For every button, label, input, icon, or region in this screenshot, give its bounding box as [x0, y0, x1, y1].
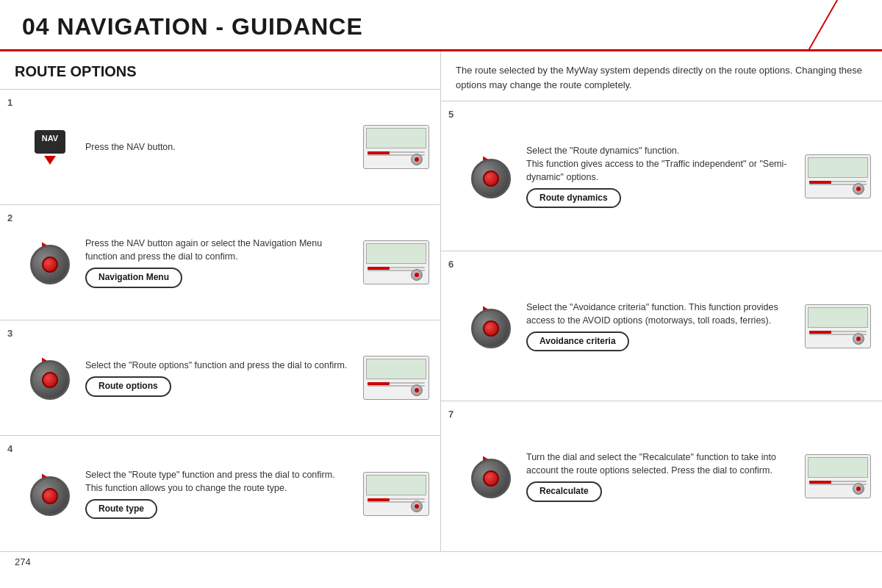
dial-center-6 [483, 320, 499, 337]
device-knob-center-4 [415, 504, 419, 509]
pill-label-2: Navigation Menu [85, 268, 182, 287]
step-row-5: 5 Select the "Route dynamics" function.T… [441, 101, 882, 251]
nav-arrow-icon [44, 156, 56, 165]
step-row-4: 4 Select the "Route type" function and p… [0, 436, 440, 551]
route-options-title: ROUTE OPTIONS [15, 63, 426, 80]
device-screen-4 [366, 475, 426, 495]
route-options-header: ROUTE OPTIONS [0, 51, 440, 90]
step-icon-6 [462, 304, 520, 348]
step-row-2: 2 Press the NAV button again or select t… [0, 205, 440, 320]
device-highlight-5 [809, 181, 831, 184]
device-image-7 [805, 454, 871, 498]
step-row-3: 3 Select the "Route options" function an… [0, 320, 440, 436]
pill-label-3: Route options [85, 376, 171, 396]
steps-right: 5 Select the "Route dynamics" function.T… [441, 101, 882, 551]
dial-center-2 [42, 257, 58, 273]
step-content-7: Turn the dial and select the "Recalculat… [520, 451, 801, 502]
device-knob-center-6 [856, 337, 861, 341]
step-number-1: 1 [7, 96, 21, 108]
step-content-3: Select the "Route options" function and … [79, 359, 359, 397]
device-highlight-7 [809, 481, 831, 484]
device-image-6 [805, 304, 871, 348]
device-image-3 [363, 356, 429, 400]
dial-icon-5 [469, 154, 513, 198]
header-decoration [794, 0, 853, 49]
step-content-1: Press the NAV button. [79, 140, 359, 154]
step-text-1: Press the NAV button. [85, 142, 176, 152]
step-number-3: 3 [7, 326, 21, 339]
steps-left: 1 NAV Press the NAV button. [0, 90, 440, 551]
dial-center-4 [42, 488, 58, 504]
step-image-3 [359, 356, 433, 400]
device-highlight-6 [809, 331, 831, 334]
page-footer: 274 [0, 551, 882, 572]
dial-icon-3 [28, 356, 72, 400]
page-header: 04 NAVIGATION - GUIDANCE [0, 0, 882, 51]
svg-line-0 [809, 0, 837, 49]
step-number-4: 4 [7, 442, 21, 454]
pill-label-4: Route type [85, 499, 157, 519]
step-number-5: 5 [448, 107, 462, 120]
step-content-2: Press the NAV button again or select the… [79, 237, 359, 288]
dial-center-7 [483, 470, 499, 487]
device-highlight-1 [368, 151, 390, 154]
step-text-3: Select the "Route options" function and … [85, 360, 347, 370]
device-image-2 [363, 240, 429, 284]
dial-center-5 [483, 171, 499, 187]
step-text-4: Select the "Route type" function and pre… [85, 470, 335, 493]
intro-text: The route selected by the MyWay system d… [441, 51, 882, 101]
page-number: 274 [15, 556, 31, 567]
step-image-1 [359, 125, 433, 169]
dial-icon-4 [28, 472, 72, 516]
step-number-6: 6 [448, 257, 462, 270]
left-panel: ROUTE OPTIONS 1 NAV Press the NAV button… [0, 51, 441, 551]
step-image-6 [801, 304, 875, 348]
step-row-6: 6 Select the "Avoidance criteria" functi… [441, 251, 882, 401]
device-knob-center-2 [415, 273, 419, 277]
dial-icon-2 [28, 240, 72, 284]
device-highlight-3 [368, 382, 390, 385]
intro-text-content: The route selected by the MyWay system d… [456, 65, 862, 90]
device-image-5 [805, 154, 871, 198]
step-icon-5 [462, 154, 520, 198]
main-content: ROUTE OPTIONS 1 NAV Press the NAV button… [0, 51, 882, 551]
step-row-1: 1 NAV Press the NAV button. [0, 90, 440, 205]
device-knob-center-5 [856, 187, 861, 191]
step-number-2: 2 [7, 211, 21, 223]
step-icon-2 [21, 240, 79, 284]
step-text-6: Select the "Avoidance criteria" function… [526, 302, 778, 326]
device-screen-6 [808, 307, 868, 328]
device-highlight-2 [368, 267, 390, 270]
step-content-6: Select the "Avoidance criteria" function… [520, 301, 801, 352]
device-image-1 [363, 125, 429, 169]
step-number-7: 7 [448, 407, 462, 420]
step-image-2 [359, 240, 433, 284]
dial-center-3 [42, 372, 58, 388]
step-text-5: Select the "Route dynamics" function.Thi… [526, 146, 786, 182]
step-image-4 [359, 472, 433, 516]
pill-label-5: Route dynamics [526, 188, 621, 208]
pill-label-7: Recalculate [526, 481, 602, 501]
dial-icon-6 [469, 304, 513, 348]
device-screen-2 [366, 243, 426, 264]
right-panel: The route selected by the MyWay system d… [441, 51, 882, 551]
device-screen-5 [808, 157, 868, 178]
device-image-4 [363, 472, 429, 516]
step-text-2: Press the NAV button again or select the… [85, 238, 322, 262]
device-highlight-4 [368, 498, 390, 501]
device-knob-center-3 [415, 388, 419, 392]
device-knob-center-1 [415, 157, 419, 162]
step-content-5: Select the "Route dynamics" function.Thi… [520, 144, 801, 209]
step-icon-3 [21, 356, 79, 400]
device-screen-7 [808, 457, 868, 478]
step-icon-7 [462, 454, 520, 498]
step-content-4: Select the "Route type" function and pre… [79, 468, 359, 520]
page-title: 04 NAVIGATION - GUIDANCE [22, 13, 860, 40]
step-text-7: Turn the dial and select the "Recalculat… [526, 452, 776, 476]
device-screen-3 [366, 359, 426, 379]
pill-label-6: Avoidance criteria [526, 331, 629, 351]
step-image-7 [801, 454, 875, 498]
step-row-7: 7 Turn the dial and select the "Recalcul… [441, 401, 882, 551]
device-screen-1 [366, 128, 426, 148]
dial-icon-7 [469, 454, 513, 498]
